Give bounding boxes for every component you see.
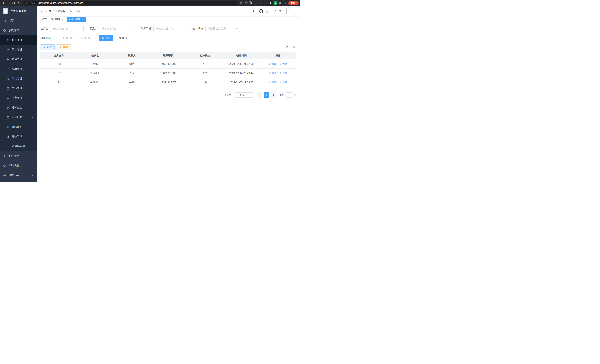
browser-profile-avatar[interactable] xyxy=(284,1,287,5)
sidebar-item-home[interactable]: 首页 xyxy=(0,16,37,26)
browser-forward-button[interactable] xyxy=(6,0,11,5)
extension-icon-2[interactable] xyxy=(254,1,258,5)
sidebar-item-sms[interactable]: 短信管理 xyxy=(0,132,37,141)
extensions-menu-button[interactable] xyxy=(279,1,282,5)
refresh-table-icon[interactable] xyxy=(292,46,295,49)
breadcrumb-separator: / xyxy=(53,10,54,13)
tags-view-bar: 首页 部门管理 × 租户管理 × xyxy=(37,16,300,22)
sidebar-item-label: 岗位管理 xyxy=(12,87,22,90)
address-bar[interactable]: 不安全 dashboard.yudao.iocoder.cn/system/te… xyxy=(23,1,237,5)
font-size-icon[interactable]: TT xyxy=(279,9,282,13)
extension-icon-3[interactable] xyxy=(259,1,262,5)
insecure-warning-icon xyxy=(25,2,28,4)
breadcrumb-system[interactable]: 系统管理 xyxy=(55,9,66,13)
page-number-button[interactable]: 1 xyxy=(264,92,269,98)
contact-mobile-input[interactable] xyxy=(153,26,187,32)
sidebar-item-post[interactable]: 岗位管理 xyxy=(0,84,37,93)
sidebar-item-menu[interactable]: 菜单管理 xyxy=(0,64,37,74)
sidebar-item-user[interactable]: 用户管理 xyxy=(0,45,37,55)
cell-tenant-name: 测试 xyxy=(77,59,113,68)
edit-link[interactable]: 修改 xyxy=(269,81,276,84)
tenant-table: 租户编号 租户名 联系人 联系手机 租户状态 创建时间 操作 108 测试 测试 xyxy=(40,52,296,87)
browser-update-button[interactable]: 更新 xyxy=(289,1,299,5)
sidebar-fold-icon[interactable] xyxy=(39,9,43,13)
browser-back-button[interactable] xyxy=(1,0,6,5)
sidebar-item-dept[interactable]: 部门管理 xyxy=(0,74,37,84)
tenant-name-label: 租户名 xyxy=(40,27,48,30)
edit-link[interactable]: 修改 xyxy=(269,71,276,75)
delete-link[interactable]: 删除 xyxy=(280,81,287,84)
fullscreen-icon[interactable] xyxy=(273,9,276,13)
refresh-icon xyxy=(119,37,121,39)
search-icon[interactable] xyxy=(253,9,256,13)
plus-icon xyxy=(43,46,46,49)
sidebar-item-dict[interactable]: 字典管理 xyxy=(0,93,37,103)
tenant-status-label: 租户状态 xyxy=(193,27,203,30)
sidebar-item-audit-log[interactable]: 审计日志 xyxy=(0,112,37,122)
monitor-icon xyxy=(3,164,6,167)
export-button-label: 导出 xyxy=(63,46,68,49)
page-size-select[interactable]: 10条/页 xyxy=(234,92,253,98)
column-header-tenant-id: 租户编号 xyxy=(40,52,77,59)
extension-icon-5[interactable] xyxy=(269,1,272,5)
calendar-icon xyxy=(55,37,57,39)
share-button[interactable] xyxy=(240,1,243,5)
extension-icon-1[interactable]: 10 xyxy=(250,1,253,5)
delete-link[interactable]: 删除 xyxy=(280,71,287,75)
export-button[interactable]: 导出 xyxy=(56,44,71,50)
bookmark-star-icon xyxy=(245,1,248,5)
create-time-range-picker[interactable]: 开始日期 - 结束日期 xyxy=(53,35,97,41)
chevron-left-icon xyxy=(258,94,261,96)
browser-home-button[interactable] xyxy=(16,0,21,5)
sidebar-item-label: 租户管理 xyxy=(12,38,22,42)
sidebar-item-dev-tools[interactable]: 研发工具 xyxy=(0,170,37,180)
trash-icon xyxy=(280,72,282,74)
browser-reload-button[interactable] xyxy=(11,0,16,5)
tenant-status-select[interactable]: 请选择租户状态 xyxy=(205,26,240,32)
avatar xyxy=(286,8,294,14)
tenant-name-input[interactable] xyxy=(50,26,84,32)
toggle-search-icon[interactable] xyxy=(286,46,289,49)
trash-icon xyxy=(280,81,282,84)
prev-page-button[interactable] xyxy=(257,92,262,98)
svg-text:T: T xyxy=(279,10,281,13)
cell-mobile: 17321315478 xyxy=(150,78,187,87)
breadcrumb-home[interactable]: 首页 xyxy=(46,9,51,13)
sidebar-item-system[interactable]: 系统管理 xyxy=(0,26,37,35)
close-icon[interactable]: × xyxy=(81,18,84,21)
goto-page-input[interactable] xyxy=(286,92,292,98)
cell-tenant-id: 1 xyxy=(40,78,77,87)
extension-icon-6[interactable] xyxy=(274,1,277,5)
edit-label: 修改 xyxy=(272,62,276,65)
help-icon[interactable]: ? xyxy=(266,9,270,13)
github-icon[interactable] xyxy=(259,9,263,13)
delete-link[interactable]: 删除 xyxy=(280,62,287,65)
extension-icon-4[interactable] xyxy=(264,1,267,5)
next-page-button[interactable] xyxy=(271,92,276,98)
sidebar-logo[interactable]: 芋道管理系统 xyxy=(0,6,37,16)
tab-dept[interactable]: 部门管理 × xyxy=(49,17,66,22)
sidebar-item-online-user[interactable]: 在线用户 xyxy=(0,122,37,132)
sidebar-item-pay[interactable]: 支付管理 xyxy=(0,151,37,161)
sidebar-item-tenant[interactable]: 租户管理 xyxy=(0,35,37,45)
sidebar-item-infra[interactable]: 基础设施 xyxy=(0,161,37,170)
add-button[interactable]: 新增 xyxy=(40,44,55,50)
search-button[interactable]: 搜索 xyxy=(99,35,113,41)
cube-icon xyxy=(3,174,6,177)
edit-link[interactable]: 修改 xyxy=(269,62,276,65)
tab-home[interactable]: 首页 xyxy=(40,17,48,22)
tab-tenant[interactable]: 租户管理 × xyxy=(67,17,86,22)
chevron-down-icon xyxy=(32,155,34,157)
sidebar-item-notice[interactable]: 通知公告 xyxy=(0,103,37,112)
sidebar-item-label: 菜单管理 xyxy=(12,67,22,71)
sidebar: 芋道管理系统 首页 系统管理 租户管理 用户管理 角色管理 xyxy=(0,6,37,182)
close-icon[interactable]: × xyxy=(61,18,64,21)
contact-name-input[interactable] xyxy=(100,26,135,32)
app-title: 芋道管理系统 xyxy=(10,9,27,13)
reset-button[interactable]: 重置 xyxy=(116,35,130,41)
sidebar-item-role[interactable]: 角色管理 xyxy=(0,55,37,64)
shield-icon xyxy=(7,135,9,138)
user-menu[interactable] xyxy=(286,8,297,14)
sidebar-item-error-code[interactable]: 错误码管理 xyxy=(0,141,37,151)
bookmark-button[interactable] xyxy=(245,1,248,5)
